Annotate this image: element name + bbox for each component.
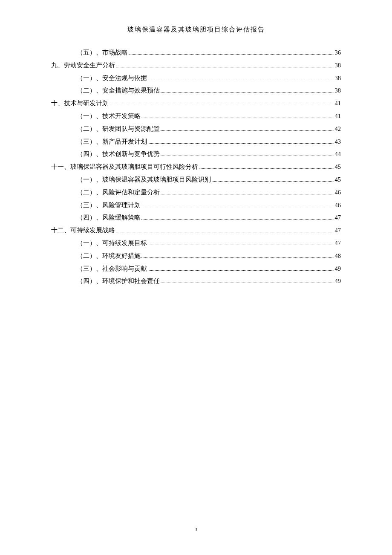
toc-entry-label: （二）、研发团队与资源配置 <box>77 124 160 133</box>
toc-leader-dots <box>212 181 334 182</box>
toc-leader-dots <box>148 143 334 144</box>
toc-entry[interactable]: （三）、社会影响与贡献49 <box>51 264 341 273</box>
toc-entry-page: 47 <box>335 239 341 247</box>
toc-entry[interactable]: 十、技术与研发计划41 <box>51 99 341 107</box>
toc-entry[interactable]: （二）、风险评估和定量分析46 <box>51 188 341 197</box>
toc-entry[interactable]: （一）、技术开发策略41 <box>51 112 341 120</box>
toc-entry[interactable]: 十一、玻璃保温容器及其玻璃胆项目可行性风险分析45 <box>51 162 341 171</box>
toc-entry-page: 38 <box>335 61 341 69</box>
toc-entry-label: （二）、环境友好措施 <box>77 251 141 260</box>
toc-entry[interactable]: （五）、市场战略36 <box>51 48 341 57</box>
toc-leader-dots <box>161 130 334 131</box>
toc-entry-label: （二）、安全措施与效果预估 <box>77 86 160 95</box>
toc-entry-label: （三）、社会影响与贡献 <box>77 264 147 273</box>
toc-entry-label: （四）、技术创新与竞争优势 <box>77 150 160 158</box>
toc-entry-page: 45 <box>335 162 341 171</box>
toc-entry[interactable]: （四）、环境保护和社会责任49 <box>51 277 341 285</box>
toc-leader-dots <box>148 80 334 80</box>
toc-leader-dots <box>141 207 334 207</box>
page-container: 玻璃保温容器及其玻璃胆项目综合评估报告 （五）、市场战略36九、劳动安全生产分析… <box>0 0 392 286</box>
page-number: 3 <box>0 526 392 533</box>
toc-leader-dots <box>116 232 334 232</box>
toc-entry[interactable]: （四）、风险缓解策略47 <box>51 213 341 222</box>
toc-leader-dots <box>129 54 334 55</box>
toc-entry-page: 42 <box>335 124 341 133</box>
toc-entry[interactable]: 十二、可持续发展战略47 <box>51 226 341 234</box>
toc-entry-page: 49 <box>335 264 341 273</box>
toc-leader-dots <box>141 219 334 220</box>
toc-entry-page: 49 <box>335 277 341 285</box>
toc-entry-page: 47 <box>335 213 341 222</box>
toc-leader-dots <box>161 92 334 92</box>
toc-entry[interactable]: （一）、可持续发展目标47 <box>51 239 341 247</box>
toc-entry-label: 十一、玻璃保温容器及其玻璃胆项目可行性风险分析 <box>51 162 198 171</box>
table-of-contents: （五）、市场战略36九、劳动安全生产分析38（一）、安全法规与依据38（二）、安… <box>51 48 341 286</box>
toc-leader-dots <box>116 67 334 67</box>
toc-entry-page: 45 <box>335 175 341 184</box>
toc-entry-page: 48 <box>335 251 341 260</box>
toc-entry-label: （三）、新产品开发计划 <box>77 137 147 146</box>
toc-entry-label: （一）、可持续发展目标 <box>77 239 147 247</box>
toc-entry[interactable]: （一）、安全法规与依据38 <box>51 74 341 82</box>
toc-entry-page: 38 <box>335 74 341 82</box>
toc-leader-dots <box>141 257 334 258</box>
toc-entry-page: 36 <box>335 48 341 57</box>
toc-entry[interactable]: （一）、玻璃保温容器及其玻璃胆项目风险识别45 <box>51 175 341 184</box>
toc-entry-page: 46 <box>335 201 341 209</box>
toc-entry-label: （四）、风险缓解策略 <box>77 213 141 222</box>
toc-entry-label: （四）、环境保护和社会责任 <box>77 277 160 285</box>
toc-entry-label: （三）、风险管理计划 <box>77 201 141 209</box>
toc-entry-page: 44 <box>335 150 341 158</box>
toc-entry-page: 43 <box>335 137 341 146</box>
toc-entry-label: （二）、风险评估和定量分析 <box>77 188 160 197</box>
toc-entry[interactable]: （二）、安全措施与效果预估38 <box>51 86 341 95</box>
toc-entry[interactable]: （二）、研发团队与资源配置42 <box>51 124 341 133</box>
toc-leader-dots <box>161 156 334 156</box>
toc-leader-dots <box>148 270 334 271</box>
toc-leader-dots <box>161 194 334 194</box>
toc-entry-label: （一）、技术开发策略 <box>77 112 141 120</box>
toc-entry-page: 47 <box>335 226 341 234</box>
toc-entry[interactable]: （二）、环境友好措施48 <box>51 251 341 260</box>
toc-entry-label: 九、劳动安全生产分析 <box>51 61 115 69</box>
toc-leader-dots <box>199 168 334 169</box>
toc-leader-dots <box>148 245 334 245</box>
toc-entry-page: 46 <box>335 188 341 197</box>
toc-entry-page: 41 <box>335 99 341 107</box>
toc-entry-page: 41 <box>335 112 341 120</box>
toc-entry-page: 38 <box>335 86 341 95</box>
toc-leader-dots <box>161 283 334 283</box>
toc-entry[interactable]: （三）、风险管理计划46 <box>51 201 341 209</box>
toc-entry[interactable]: （三）、新产品开发计划43 <box>51 137 341 146</box>
toc-entry-label: 十二、可持续发展战略 <box>51 226 115 234</box>
toc-entry[interactable]: （四）、技术创新与竞争优势44 <box>51 150 341 158</box>
toc-entry[interactable]: 九、劳动安全生产分析38 <box>51 61 341 69</box>
toc-entry-label: （一）、安全法规与依据 <box>77 74 147 82</box>
toc-leader-dots <box>110 105 334 105</box>
toc-entry-label: （五）、市场战略 <box>77 48 128 57</box>
toc-entry-label: （一）、玻璃保温容器及其玻璃胆项目风险识别 <box>77 175 211 184</box>
toc-entry-label: 十、技术与研发计划 <box>51 99 109 107</box>
page-header-title: 玻璃保温容器及其玻璃胆项目综合评估报告 <box>51 26 341 34</box>
toc-leader-dots <box>141 118 334 118</box>
